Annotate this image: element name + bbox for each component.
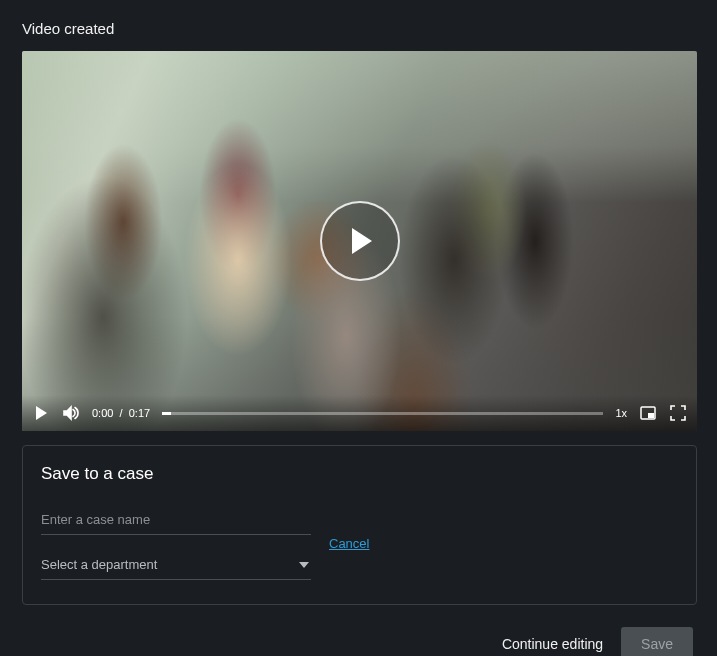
pip-icon [640, 405, 656, 421]
volume-button[interactable] [62, 404, 80, 422]
department-select[interactable]: Select a department [41, 549, 311, 580]
page-title: Video created [22, 20, 695, 37]
play-button[interactable] [320, 201, 400, 281]
cancel-link[interactable]: Cancel [329, 536, 369, 551]
time-separator: / [120, 407, 123, 419]
save-button[interactable]: Save [621, 627, 693, 656]
department-placeholder: Select a department [41, 557, 157, 572]
pip-button[interactable] [639, 404, 657, 422]
current-time: 0:00 [92, 407, 113, 419]
save-case-card: Save to a case Select a department Cance… [22, 445, 697, 605]
video-time: 0:00 / 0:17 [92, 407, 150, 419]
fullscreen-icon [670, 405, 686, 421]
playback-speed-button[interactable]: 1x [615, 407, 627, 419]
dialog-footer: Continue editing Save [22, 627, 695, 656]
progress-bar[interactable] [162, 412, 603, 415]
play-small-button[interactable] [32, 404, 50, 422]
chevron-down-icon [299, 562, 309, 568]
play-icon [33, 405, 49, 421]
duration: 0:17 [129, 407, 150, 419]
fullscreen-button[interactable] [669, 404, 687, 422]
video-player[interactable]: 0:00 / 0:17 1x [22, 51, 697, 431]
svg-rect-1 [648, 413, 654, 418]
case-name-input[interactable] [41, 506, 311, 535]
card-title: Save to a case [41, 464, 678, 484]
video-controls: 0:00 / 0:17 1x [22, 395, 697, 431]
volume-icon [63, 405, 79, 421]
progress-fill [162, 412, 171, 415]
speed-value: 1x [615, 407, 627, 419]
play-icon [350, 228, 374, 254]
continue-editing-button[interactable]: Continue editing [502, 636, 603, 652]
